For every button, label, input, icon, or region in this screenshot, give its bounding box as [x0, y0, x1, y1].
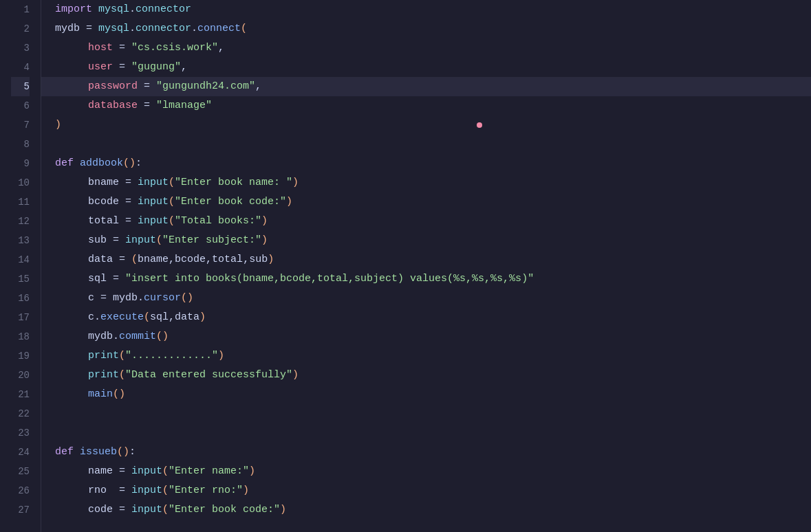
code-line-21: main()	[41, 385, 811, 404]
line-num-15: 15	[11, 269, 30, 289]
line-num-14: 14	[11, 250, 30, 269]
line-num-16: 16	[11, 289, 30, 308]
code-line-2: mydb = mysql.connector.connect(	[41, 19, 811, 38]
line-num-26: 26	[11, 481, 30, 500]
line-num-12: 12	[11, 212, 30, 231]
error-dot	[477, 122, 482, 128]
code-line-24: def issueb():	[41, 443, 811, 462]
code-line-1: import mysql.connector	[41, 0, 811, 19]
line-num-7: 7	[11, 115, 30, 135]
code-line-13: sub = input("Enter subject:")	[41, 231, 811, 250]
line-num-1: 1	[11, 0, 30, 19]
line-num-17: 17	[11, 308, 30, 327]
line-num-8: 8	[11, 135, 30, 154]
line-num-9: 9	[11, 154, 30, 173]
code-line-5: password = "gungundh24.com",	[41, 77, 811, 96]
code-line-25: name = input("Enter name:")	[41, 462, 811, 481]
code-line-11: bcode = input("Enter book code:")	[41, 192, 811, 212]
line-num-13: 13	[11, 231, 30, 250]
line-num-27: 27	[11, 500, 30, 520]
code-line-6: database = "lmanage"	[41, 96, 811, 115]
line-num-24: 24	[11, 443, 30, 462]
line-num-23: 23	[11, 423, 30, 443]
line-num-11: 11	[11, 192, 30, 212]
code-line-23	[41, 423, 811, 443]
code-line-22	[41, 404, 811, 423]
line-num-19: 19	[11, 346, 30, 366]
code-line-20: print("Data entered successfully")	[41, 366, 811, 385]
line-num-3: 3	[11, 38, 30, 58]
line-num-2: 2	[11, 19, 30, 38]
line-num-20: 20	[11, 366, 30, 385]
code-line-4: user = "gugung",	[41, 58, 811, 77]
code-line-10: bname = input("Enter book name: ")	[41, 173, 811, 192]
code-line-3: host = "cs.csis.work",	[41, 38, 811, 58]
line-num-18: 18	[11, 327, 30, 346]
line-num-22: 22	[11, 404, 30, 423]
line-num-4: 4	[11, 58, 30, 77]
code-line-9: def addbook():	[41, 154, 811, 173]
code-line-18: mydb.commit()	[41, 327, 811, 346]
code-line-19: print(".............")	[41, 346, 811, 366]
line-num-25: 25	[11, 462, 30, 481]
code-line-26: rno = input("Enter rno:")	[41, 481, 811, 500]
line-numbers: 1 2 3 4 5 6 7 8 9 10 11 12 13 14 15 16 1…	[0, 0, 41, 532]
code-line-7: )	[41, 115, 811, 135]
line-num-6: 6	[11, 96, 30, 115]
line-num-21: 21	[11, 385, 30, 404]
code-line-16: c = mydb.cursor()	[41, 289, 811, 308]
line-num-5: 5	[11, 77, 30, 96]
code-content[interactable]: import mysql.connector mydb = mysql.conn…	[41, 0, 811, 532]
code-line-17: c.execute(sql,data)	[41, 308, 811, 327]
code-line-15: sql = "insert into books(bname,bcode,tot…	[41, 269, 811, 289]
code-line-27: code = input("Enter book code:")	[41, 500, 811, 520]
line-num-10: 10	[11, 173, 30, 192]
code-editor: 1 2 3 4 5 6 7 8 9 10 11 12 13 14 15 16 1…	[0, 0, 811, 532]
code-line-12: total = input("Total books:")	[41, 212, 811, 231]
code-line-8	[41, 135, 811, 154]
code-line-14: data = (bname,bcode,total,sub)	[41, 250, 811, 269]
